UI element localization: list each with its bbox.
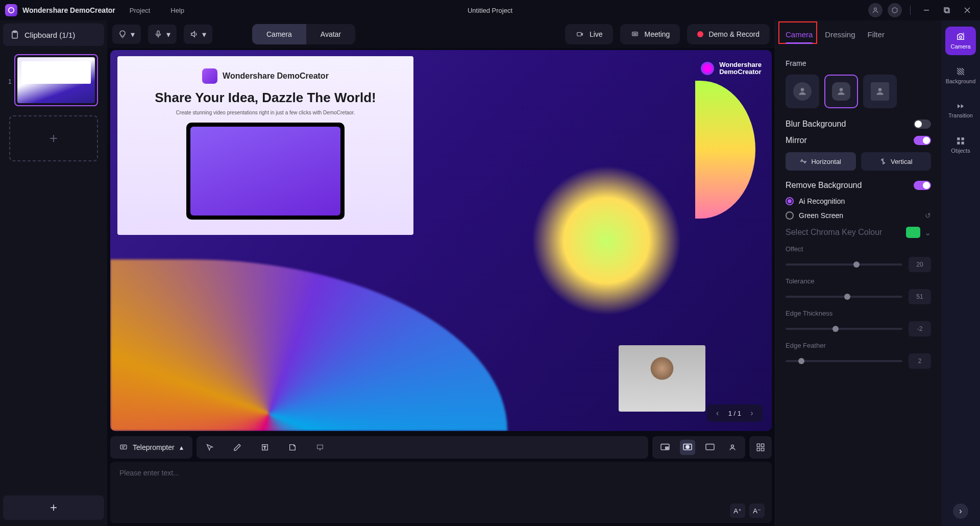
live-button[interactable]: Live — [565, 24, 613, 44]
maximize-button[interactable] — [939, 3, 954, 18]
text-tool[interactable]: T — [259, 441, 271, 453]
remove-bg-toggle[interactable] — [914, 181, 931, 190]
record-label: Demo & Record — [708, 30, 760, 38]
svg-point-13 — [635, 33, 636, 34]
pointer-tool[interactable] — [204, 441, 216, 453]
chevron-down-icon[interactable]: ⌄ — [924, 228, 931, 237]
svg-rect-31 — [762, 448, 764, 451]
mirror-vertical-button[interactable]: Vertical — [861, 152, 932, 171]
edge-feather-slider[interactable] — [786, 360, 902, 362]
app-title: Wondershare DemoCreator — [22, 6, 115, 14]
lightbulb-dropdown[interactable]: ▾ — [112, 25, 141, 44]
camera-feed[interactable] — [619, 345, 705, 412]
meeting-button[interactable]: Meeting — [620, 24, 680, 44]
svg-rect-40 — [962, 142, 964, 145]
teleprompter-input[interactable]: Please enter text... A⁺ A⁻ — [110, 462, 772, 523]
frame-circle-option[interactable] — [786, 75, 819, 108]
vertical-label: Vertical — [891, 158, 913, 165]
svg-text:+: + — [962, 32, 965, 36]
blur-bg-toggle[interactable] — [914, 119, 931, 129]
mirror-label: Mirror — [786, 136, 807, 145]
reset-icon[interactable]: ↺ — [925, 211, 931, 220]
pen-tool[interactable] — [231, 441, 243, 453]
background-icon — [955, 67, 966, 76]
svg-rect-30 — [757, 448, 760, 451]
pager: ‹ 1 / 1 › — [707, 404, 763, 422]
sidebar-objects-tool[interactable]: Objects — [945, 131, 976, 159]
tab-camera[interactable]: Camera — [786, 24, 813, 45]
divider — [910, 6, 911, 15]
sticky-note-tool[interactable] — [286, 441, 299, 453]
add-slide-button[interactable]: + — [9, 115, 98, 161]
pager-text: 1 / 1 — [728, 410, 741, 417]
mirror-horizontal-button[interactable]: Horizontal — [786, 152, 856, 171]
chevron-down-icon: ▾ — [202, 30, 206, 39]
offect-slider[interactable] — [786, 264, 902, 266]
offect-label: Offect — [786, 245, 931, 253]
sidebar-transition-tool[interactable]: Transition — [945, 96, 976, 125]
prev-slide-button[interactable]: ‹ — [712, 408, 723, 419]
menu-project[interactable]: Project — [130, 7, 150, 14]
layout-person-button[interactable] — [725, 440, 740, 455]
layout-frame-button[interactable] — [680, 440, 695, 455]
sidebar-background-tool[interactable]: Background — [945, 61, 976, 90]
ai-recognition-radio[interactable]: Ai Recognition — [786, 197, 931, 205]
slide-thumbnail[interactable] — [14, 54, 98, 106]
clipboard-label: Clipboard (1/1) — [24, 31, 75, 39]
mirror-toggle[interactable] — [914, 136, 931, 145]
tab-filter[interactable]: Filter — [868, 24, 885, 45]
teleprompter-toggle[interactable]: Teleprompter ▴ — [110, 436, 192, 459]
svg-rect-4 — [945, 9, 949, 13]
watermark-line2: DemoCreator — [719, 68, 762, 76]
sidebar-camera-tool[interactable]: + Camera — [945, 27, 976, 55]
mic-icon — [154, 30, 162, 38]
tab-dressing[interactable]: Dressing — [825, 24, 855, 45]
frame-section-label: Frame — [786, 59, 931, 67]
transition-tool-label: Transition — [948, 112, 973, 118]
blur-bg-label: Blur Background — [786, 119, 846, 129]
minimize-button[interactable] — [919, 3, 934, 18]
slide-brand-text: Wondershare DemoCreator — [223, 71, 329, 81]
font-decrease-button[interactable]: A⁻ — [749, 504, 765, 518]
tablet-graphic — [186, 123, 345, 220]
close-button[interactable] — [960, 3, 975, 18]
mic-dropdown[interactable]: ▾ — [148, 25, 177, 44]
slide-logo-icon — [202, 68, 217, 84]
font-increase-button[interactable]: A⁺ — [730, 504, 745, 518]
meeting-label: Meeting — [645, 30, 670, 38]
menu-help[interactable]: Help — [170, 7, 184, 14]
chevron-down-icon: ▾ — [131, 30, 135, 39]
layout-pip-button[interactable] — [657, 440, 673, 455]
avatar-mode-tab[interactable]: Avatar — [306, 24, 355, 44]
svg-point-0 — [9, 8, 14, 13]
annotation-toolbar: T — [197, 436, 648, 459]
green-screen-radio[interactable]: Green Screen↺ — [786, 211, 931, 220]
layout-expand-button[interactable] — [749, 436, 772, 459]
collapse-panel-button[interactable]: › — [953, 504, 968, 519]
preview-canvas[interactable]: Wondershare DemoCreator Share Your Idea,… — [110, 50, 772, 431]
chroma-key-label: Select Chroma Key Colour — [786, 228, 882, 237]
demo-record-button[interactable]: Demo & Record — [687, 24, 770, 44]
account-icon[interactable] — [868, 3, 883, 17]
next-slide-button[interactable]: › — [746, 408, 757, 419]
svg-point-34 — [878, 88, 882, 91]
flip-vertical-icon — [879, 158, 887, 165]
whiteboard-tool[interactable] — [314, 441, 326, 453]
camera-mode-tab[interactable]: Camera — [252, 24, 306, 44]
frame-square-option[interactable] — [863, 75, 897, 108]
chroma-color-swatch[interactable] — [906, 227, 920, 238]
chevron-down-icon: ▾ — [166, 30, 170, 39]
frame-rounded-option[interactable] — [824, 75, 858, 108]
tolerance-slider[interactable] — [786, 296, 902, 298]
svg-rect-28 — [757, 444, 760, 446]
chevron-up-icon: ▴ — [180, 443, 183, 451]
gift-icon[interactable] — [888, 3, 902, 17]
speaker-dropdown[interactable]: ▾ — [184, 25, 212, 44]
lightbulb-icon — [118, 30, 127, 38]
add-button[interactable]: + — [3, 495, 104, 520]
broadcast-icon — [575, 31, 584, 38]
clipboard-button[interactable]: Clipboard (1/1) — [3, 23, 104, 46]
edge-thickness-slider[interactable] — [786, 328, 902, 330]
meeting-icon — [630, 31, 640, 38]
layout-full-button[interactable] — [702, 440, 718, 455]
